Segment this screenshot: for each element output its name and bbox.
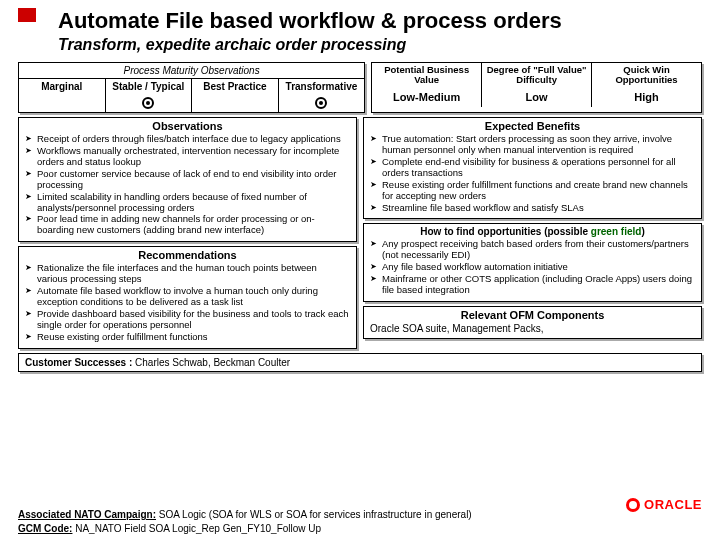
marker-cell-0 xyxy=(19,94,106,112)
nato-text: SOA Logic (SOA for WLS or SOA for servic… xyxy=(156,509,472,520)
maturity-col-0: Marginal xyxy=(19,79,106,94)
recommendations-title: Recommendations xyxy=(25,249,350,261)
footer: Associated NATO Campaign: SOA Logic (SOA… xyxy=(18,506,702,534)
observations-list: Receipt of orders through files/batch in… xyxy=(25,134,350,236)
nato-label: Associated NATO Campaign: xyxy=(18,509,156,520)
benefits-title: Expected Benefits xyxy=(370,120,695,132)
list-item: Provide dashboard based visibility for t… xyxy=(25,309,350,331)
opp-title-green: green field xyxy=(591,226,642,237)
right-column: Expected Benefits True automation: Start… xyxy=(363,117,702,349)
list-item: Receipt of orders through files/batch in… xyxy=(25,134,350,145)
list-item: Rationalize the file interfaces and the … xyxy=(25,263,350,285)
marker-cell-1 xyxy=(106,94,193,112)
recommendations-panel: Recommendations Rationalize the file int… xyxy=(18,246,357,348)
benefits-list: True automation: Start orders processing… xyxy=(370,134,695,213)
maturity-header: Process Maturity Observations xyxy=(19,63,364,79)
maturity-col-3: Transformative xyxy=(279,79,365,94)
top-tables: Process Maturity Observations Marginal S… xyxy=(18,62,702,113)
list-item: Limited scalability in handling orders b… xyxy=(25,192,350,214)
red-accent-bar xyxy=(18,8,36,22)
metric-head-0: Potential Business Value xyxy=(372,63,482,87)
metric-val-1: Low xyxy=(482,87,592,107)
gcm-text: NA_NATO Field SOA Logic_Rep Gen_FY10_Fol… xyxy=(72,523,321,534)
successes-label: Customer Successes : xyxy=(25,357,135,368)
slide-title: Automate File based workflow & process o… xyxy=(58,8,702,34)
metric-head-1: Degree of "Full Value" Difficulty xyxy=(482,63,592,87)
list-item: Reuse existing order fulfillment functio… xyxy=(370,180,695,202)
slide-subtitle: Transform, expedite archaic order proces… xyxy=(58,36,702,54)
ofm-title: Relevant OFM Components xyxy=(370,309,695,321)
benefits-panel: Expected Benefits True automation: Start… xyxy=(363,117,702,219)
list-item: Streamline file based workflow and satis… xyxy=(370,203,695,214)
observations-title: Observations xyxy=(25,120,350,132)
metric-val-0: Low-Medium xyxy=(372,87,482,107)
list-item: Any file based workflow automation initi… xyxy=(370,262,695,273)
left-column: Observations Receipt of orders through f… xyxy=(18,117,357,349)
list-item: True automation: Start orders processing… xyxy=(370,134,695,156)
opportunities-panel: How to find opportunities (possible gree… xyxy=(363,223,702,302)
list-item: Automate file based workflow to involve … xyxy=(25,286,350,308)
marker-cell-2 xyxy=(192,94,279,112)
gcm-line: GCM Code: NA_NATO Field SOA Logic_Rep Ge… xyxy=(18,523,702,534)
successes-panel: Customer Successes : Charles Schwab, Bec… xyxy=(18,353,702,372)
maturity-col-2: Best Practice xyxy=(192,79,279,94)
list-item: Mainframe or other COTS application (inc… xyxy=(370,274,695,296)
list-item: Complete end-end visibility for business… xyxy=(370,157,695,179)
target-icon xyxy=(315,97,327,109)
nato-line: Associated NATO Campaign: SOA Logic (SOA… xyxy=(18,509,702,520)
list-item: Any prospect receiving batch based order… xyxy=(370,239,695,261)
gcm-label: GCM Code: xyxy=(18,523,72,534)
marker-cell-3 xyxy=(279,94,365,112)
metric-val-2: High xyxy=(592,87,701,107)
list-item: Reuse existing order fulfillment functio… xyxy=(25,332,350,343)
successes-text: Charles Schwab, Beckman Coulter xyxy=(135,357,290,368)
opportunities-list: Any prospect receiving batch based order… xyxy=(370,239,695,296)
opp-title-c: ) xyxy=(641,226,644,237)
recommendations-list: Rationalize the file interfaces and the … xyxy=(25,263,350,342)
content-columns: Observations Receipt of orders through f… xyxy=(18,117,702,349)
opp-title-a: How to find opportunities (possible xyxy=(420,226,591,237)
observations-panel: Observations Receipt of orders through f… xyxy=(18,117,357,242)
list-item: Poor lead time in adding new channels fo… xyxy=(25,214,350,236)
metric-head-2: Quick Win Opportunities xyxy=(592,63,701,87)
opportunities-title: How to find opportunities (possible gree… xyxy=(370,226,695,237)
list-item: Workflows manually orchestrated, interve… xyxy=(25,146,350,168)
maturity-col-1: Stable / Typical xyxy=(106,79,193,94)
metrics-box: Potential Business Value Degree of "Full… xyxy=(371,62,702,113)
target-icon xyxy=(142,97,154,109)
ofm-panel: Relevant OFM Components Oracle SOA suite… xyxy=(363,306,702,339)
ofm-text: Oracle SOA suite, Management Packs, xyxy=(370,323,695,334)
maturity-box: Process Maturity Observations Marginal S… xyxy=(18,62,365,113)
list-item: Poor customer service because of lack of… xyxy=(25,169,350,191)
